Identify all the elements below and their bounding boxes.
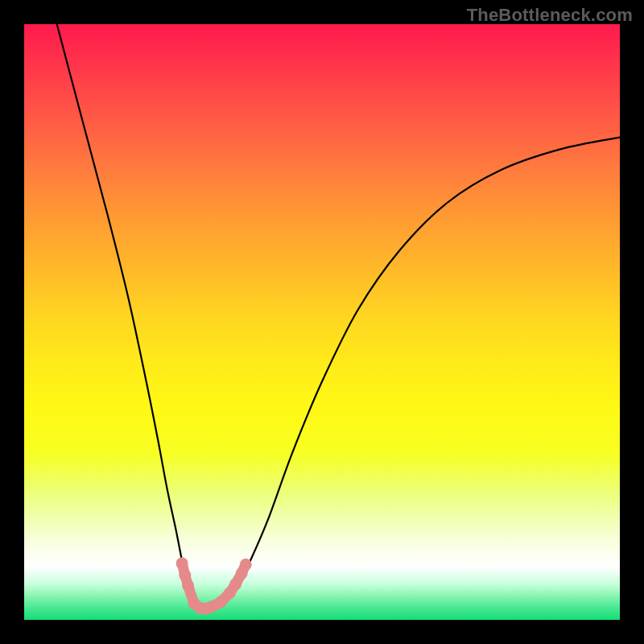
marker-dot [215, 596, 227, 608]
curve-line [57, 24, 620, 609]
marker-dot [240, 559, 252, 571]
watermark-text: TheBottleneck.com [467, 5, 633, 26]
marker-dot [229, 578, 242, 590]
marker-group [176, 557, 252, 614]
marker-dot [182, 580, 194, 592]
marker-dot [176, 557, 188, 569]
plot-area [24, 24, 620, 620]
chart-frame: TheBottleneck.com [0, 0, 644, 644]
curve-svg [24, 24, 620, 620]
